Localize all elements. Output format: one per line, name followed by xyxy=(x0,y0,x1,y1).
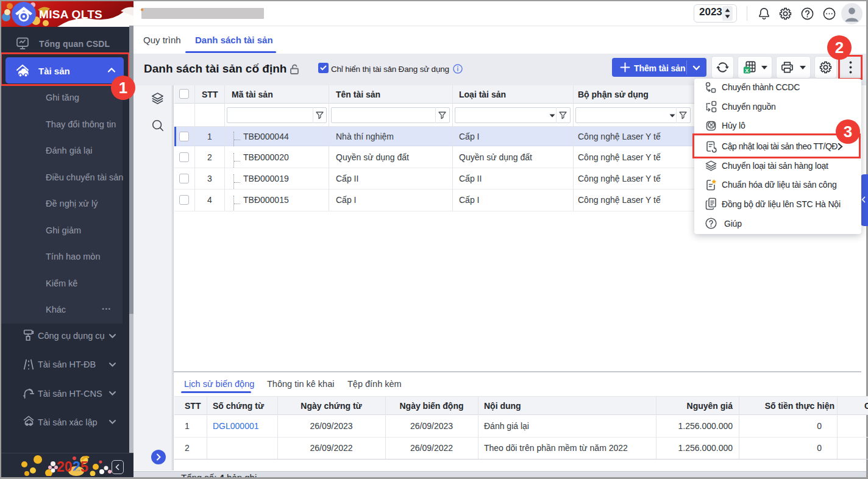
svg-text:X: X xyxy=(745,68,749,74)
